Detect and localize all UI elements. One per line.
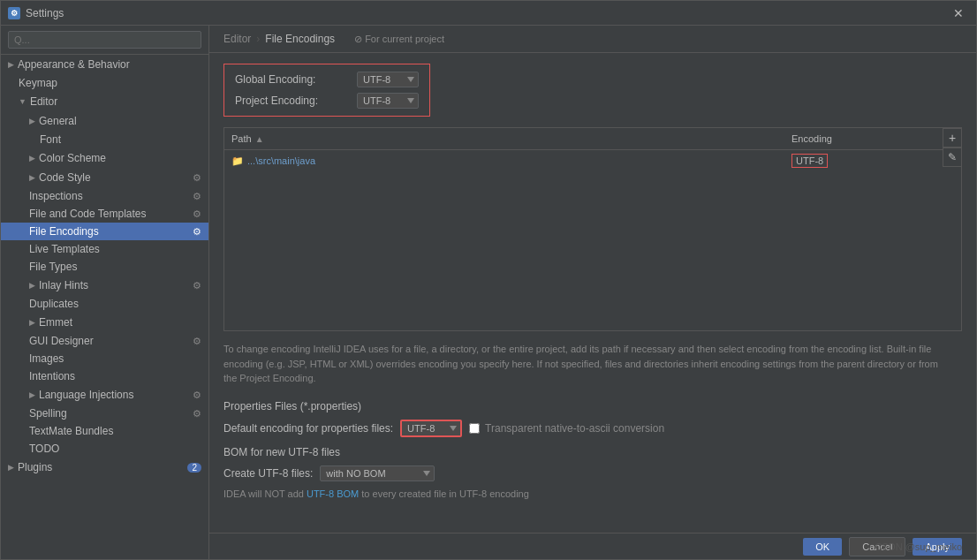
project-note: ⊘ For current project	[354, 34, 444, 45]
gear-icon: ⚙	[193, 172, 201, 184]
sidebar-label-gui: GUI Designer	[29, 335, 94, 347]
panel-content: Global Encoding: UTF-8 Project Encoding:…	[209, 53, 976, 533]
sidebar-label-file-encodings: File Encodings	[29, 225, 99, 238]
sidebar-label-images: Images	[29, 352, 64, 365]
properties-encoding-select[interactable]: UTF-8	[400, 420, 462, 437]
ok-button[interactable]: OK	[803, 538, 842, 556]
properties-row: Default encoding for properties files: U…	[223, 420, 962, 437]
encoding-value: UTF-8	[791, 154, 828, 168]
sidebar-item-images[interactable]: Images	[1, 350, 208, 367]
edit-row-button[interactable]: ✎	[943, 148, 962, 167]
sidebar-item-general[interactable]: ▶ General	[1, 111, 208, 131]
project-encoding-label: Project Encoding:	[235, 95, 350, 107]
project-encoding-select[interactable]: UTF-8	[357, 93, 419, 109]
gear-icon-fct: ⚙	[193, 208, 201, 220]
sidebar-label-todo: TODO	[29, 443, 59, 455]
sidebar-item-appearance-behavior[interactable]: ▶ Appearance & Behavior	[1, 55, 208, 74]
breadcrumb-current: File Encodings	[265, 33, 335, 45]
bom-row: Create UTF-8 files: with NO BOM	[223, 465, 962, 481]
sidebar-item-intentions[interactable]: Intentions	[1, 367, 208, 385]
sidebar-item-spelling[interactable]: Spelling ⚙	[1, 405, 208, 422]
bom-note-prefix: IDEA will NOT add	[223, 488, 307, 499]
sidebar-item-code-style[interactable]: ▶ Code Style ⚙	[1, 168, 208, 187]
close-button[interactable]: ✕	[948, 4, 969, 22]
path-cell: 📁 ...\src\main\java	[224, 154, 784, 169]
sidebar-item-emmet[interactable]: ▶ Emmet	[1, 313, 208, 332]
sidebar-item-plugins[interactable]: ▶ Plugins 2	[1, 458, 208, 477]
settings-window: ⚙ Settings ✕ ▶ Appearance & Behavior Key…	[0, 0, 977, 560]
gear-icon-spelling: ⚙	[193, 408, 201, 420]
table-row[interactable]: 📁 ...\src\main\java UTF-8	[224, 150, 961, 171]
sidebar-label-emmet: Emmet	[39, 316, 72, 329]
gear-icon-inlay: ⚙	[193, 280, 201, 291]
sidebar-label-code-style: Code Style	[39, 171, 91, 184]
arrow-icon-emmet: ▶	[29, 318, 35, 327]
sidebar-label-color-scheme: Color Scheme	[39, 152, 106, 164]
table-empty-area	[224, 171, 961, 330]
sidebar-label-appearance: Appearance & Behavior	[18, 58, 130, 71]
breadcrumb-parent: Editor	[223, 33, 251, 45]
gear-icon-gui: ⚙	[193, 336, 201, 347]
arrow-icon-lang: ▶	[29, 390, 35, 399]
watermark: CSDN @sup_meiko	[875, 541, 962, 552]
sidebar-item-file-code-templates[interactable]: File and Code Templates ⚙	[1, 205, 208, 223]
default-encoding-label: Default encoding for properties files:	[223, 422, 393, 435]
sidebar-label-spelling: Spelling	[29, 407, 67, 420]
bom-select[interactable]: with NO BOM	[320, 465, 435, 481]
sidebar-item-editor[interactable]: ▼ Editor	[1, 92, 208, 111]
gear-icon-inspections: ⚙	[193, 191, 201, 202]
sidebar-item-file-encodings[interactable]: File Encodings ⚙	[1, 223, 208, 240]
titlebar: ⚙ Settings ✕	[1, 1, 976, 26]
sidebar-item-inspections[interactable]: Inspections ⚙	[1, 187, 208, 205]
sidebar-item-language-injections[interactable]: ▶ Language Injections ⚙	[1, 385, 208, 405]
encoding-column-header: Encoding	[784, 132, 961, 146]
table-header: Path ▲ Encoding	[224, 128, 961, 150]
sidebar-label-editor: Editor	[30, 95, 57, 108]
global-encoding-label: Global Encoding:	[235, 73, 350, 86]
add-row-button[interactable]: +	[943, 128, 962, 148]
project-encoding-row: Project Encoding: UTF-8	[235, 93, 419, 109]
sidebar-item-inlay-hints[interactable]: ▶ Inlay Hints ⚙	[1, 276, 208, 295]
arrow-icon-editor: ▼	[19, 97, 27, 106]
sidebar-item-live-templates[interactable]: Live Templates	[1, 240, 208, 258]
encoding-table: Path ▲ Encoding 📁 ...\src\main\java UTF-…	[223, 127, 962, 331]
sidebar-label-file-types: File Types	[29, 261, 77, 273]
path-value: ...\src\main\java	[247, 155, 315, 166]
properties-title: Properties Files (*.properties)	[223, 400, 962, 412]
bom-note: IDEA will NOT add UTF-8 BOM to every cre…	[223, 488, 962, 499]
sidebar-item-keymap[interactable]: Keymap	[1, 74, 208, 92]
plugins-badge: 2	[187, 463, 201, 473]
global-encoding-select[interactable]: UTF-8	[357, 72, 419, 87]
bom-section: BOM for new UTF-8 files Create UTF-8 fil…	[223, 446, 962, 499]
transparent-checkbox[interactable]	[469, 423, 480, 434]
arrow-icon-plugins: ▶	[8, 463, 14, 472]
sidebar-item-textmate[interactable]: TextMate Bundles	[1, 422, 208, 440]
sidebar-item-file-types[interactable]: File Types	[1, 258, 208, 276]
sidebar-item-todo[interactable]: TODO	[1, 440, 208, 458]
arrow-icon-general: ▶	[29, 117, 35, 125]
sidebar-item-font[interactable]: Font	[1, 131, 208, 148]
sidebar-label-font: Font	[40, 133, 61, 146]
sidebar-label-live-templates: Live Templates	[29, 243, 100, 255]
properties-section: Properties Files (*.properties) Default …	[223, 400, 962, 437]
sidebar-label-intentions: Intentions	[29, 370, 75, 382]
titlebar-left: ⚙ Settings	[8, 7, 64, 19]
search-box	[1, 26, 208, 55]
sidebar-label-duplicates: Duplicates	[29, 298, 79, 310]
sidebar-item-color-scheme[interactable]: ▶ Color Scheme	[1, 148, 208, 168]
search-input[interactable]	[8, 31, 201, 49]
arrow-icon-code-style: ▶	[29, 173, 35, 182]
transparent-checkbox-row: Transparent native-to-ascii conversion	[469, 422, 664, 435]
path-column-header: Path ▲	[224, 132, 784, 146]
main-panel: Editor › File Encodings ⊘ For current pr…	[209, 26, 976, 559]
sidebar-item-duplicates[interactable]: Duplicates	[1, 295, 208, 313]
arrow-icon-color: ▶	[29, 154, 35, 163]
sidebar-label-lang-inject: Language Injections	[39, 389, 133, 401]
info-text: To change encoding IntelliJ IDEA uses fo…	[223, 342, 948, 386]
bom-link[interactable]: UTF-8 BOM	[307, 488, 359, 499]
sidebar-label-file-code-templates: File and Code Templates	[29, 208, 147, 220]
transparent-label: Transparent native-to-ascii conversion	[485, 422, 664, 435]
sort-icon: ▲	[255, 134, 264, 144]
window-title: Settings	[26, 7, 64, 19]
sidebar-item-gui-designer[interactable]: GUI Designer ⚙	[1, 332, 208, 350]
